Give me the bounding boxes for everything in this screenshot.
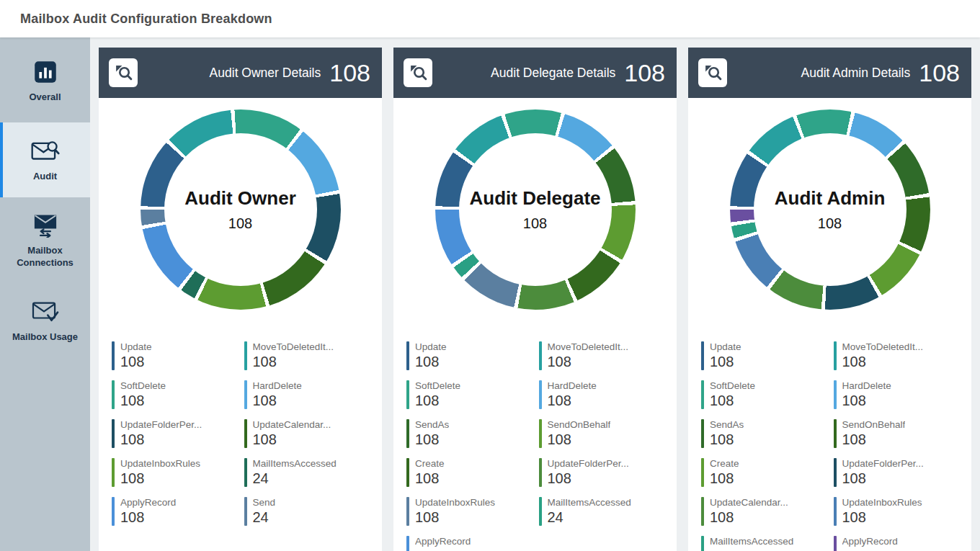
legend-label: ApplyRecord: [415, 536, 471, 547]
donut-chart-wrapper: Audit Admin 108: [688, 109, 971, 310]
legend-value: 108: [710, 509, 788, 526]
legend-value: 24: [253, 509, 276, 526]
legend-color-bar: [701, 458, 704, 487]
donut-center-value: 108: [228, 215, 252, 232]
legend-item[interactable]: UpdateFolderPer... 108: [112, 419, 237, 448]
legend-color-bar: [701, 536, 704, 551]
legend-item[interactable]: UpdateCalendar... 108: [244, 419, 370, 448]
legend-item[interactable]: MailItemsAccessed 24: [701, 536, 827, 551]
top-header-bar: Mailbox Audit Configuration Breakdown: [0, 0, 980, 37]
card-header: Audit Admin Details 108: [688, 48, 971, 98]
legend-item[interactable]: SendAs 108: [701, 419, 827, 448]
legend-item[interactable]: Create 108: [701, 458, 827, 487]
legend-value: 108: [842, 470, 924, 487]
legend-label: SendAs: [415, 419, 449, 430]
legend-value: 108: [120, 431, 202, 448]
audit-card: Audit Admin Details 108 Audit Admin 108 …: [688, 48, 971, 551]
donut-chart[interactable]: Audit Admin 108: [730, 109, 930, 310]
donut-center-label: Audit Delegate: [469, 187, 600, 210]
donut-center-value: 108: [818, 215, 842, 232]
legend-label: HardDelete: [842, 380, 891, 391]
legend-item[interactable]: Create 108: [406, 458, 532, 487]
legend-item[interactable]: UpdateInboxRules 108: [834, 497, 959, 526]
legend-item[interactable]: HardDelete 108: [244, 380, 370, 409]
sidebar-item-audit[interactable]: Audit: [0, 122, 90, 197]
legend-color-bar: [406, 536, 409, 551]
card-title: Audit Owner Details: [210, 66, 321, 81]
legend-item[interactable]: ApplyRecord 24: [834, 536, 959, 551]
legend-item[interactable]: MailItemsAccessed 24: [244, 458, 370, 487]
legend-color-bar: [834, 419, 837, 448]
legend-color-bar: [701, 419, 704, 448]
sidebar-item-mailbox-usage[interactable]: Mailbox Usage: [0, 284, 90, 359]
chart-legend: Update 108 MoveToDeletedIt... 108 SoftDe…: [406, 341, 664, 551]
legend-value: 108: [710, 470, 739, 487]
donut-chart[interactable]: Audit Delegate 108: [435, 109, 636, 310]
legend-item[interactable]: Update 108: [112, 341, 237, 370]
legend-color-bar: [406, 458, 409, 487]
legend-item[interactable]: Send 24: [244, 497, 370, 526]
legend-label: Create: [710, 458, 739, 469]
legend-item[interactable]: SendOnBehalf 108: [539, 419, 664, 448]
legend-item[interactable]: UpdateFolderPer... 108: [539, 458, 664, 487]
legend-color-bar: [112, 341, 115, 370]
legend-color-bar: [539, 419, 542, 448]
legend-item[interactable]: SoftDelete 108: [406, 380, 532, 409]
legend-value: 108: [710, 393, 755, 409]
legend-value: 24: [710, 548, 793, 551]
legend-item[interactable]: UpdateFolderPer... 108: [834, 458, 959, 487]
legend-item[interactable]: Update 108: [701, 341, 827, 370]
legend-item[interactable]: ApplyRecord 108: [406, 536, 532, 551]
legend-item[interactable]: MoveToDeletedIt... 108: [834, 341, 959, 370]
legend-item[interactable]: SendAs 108: [406, 419, 532, 448]
sidebar-item-label: Mailbox Connections: [7, 245, 83, 269]
legend-value: 108: [842, 509, 922, 526]
legend-color-bar: [244, 497, 247, 526]
mail-search-icon: [30, 138, 61, 165]
donut-chart-wrapper: Audit Delegate 108: [393, 109, 677, 310]
doc-search-icon: [698, 58, 727, 87]
legend-label: HardDelete: [253, 380, 302, 391]
audit-card: Audit Delegate Details 108 Audit Delegat…: [393, 48, 677, 551]
legend-item[interactable]: MoveToDeletedIt... 108: [539, 341, 664, 370]
sidebar-item-mailbox-connections[interactable]: Mailbox Connections: [0, 202, 90, 279]
legend-label: UpdateInboxRules: [120, 458, 200, 469]
legend-item[interactable]: HardDelete 108: [539, 380, 664, 409]
legend-item[interactable]: MoveToDeletedIt... 108: [244, 341, 370, 370]
legend-item[interactable]: UpdateInboxRules 108: [112, 458, 237, 487]
legend-item[interactable]: SoftDelete 108: [701, 380, 827, 409]
card-total-count: 108: [329, 61, 370, 85]
legend-color-bar: [406, 419, 409, 448]
legend-value: 108: [120, 509, 176, 526]
legend-label: UpdateFolderPer...: [548, 458, 629, 469]
legend-item[interactable]: UpdateCalendar... 108: [701, 497, 827, 526]
cards-area: Audit Owner Details 108 Audit Owner 108 …: [90, 37, 980, 551]
legend-value: 108: [415, 354, 447, 370]
legend-value: 108: [415, 548, 471, 551]
card-header: Audit Delegate Details 108: [393, 48, 677, 98]
legend-item[interactable]: SoftDelete 108: [112, 380, 237, 409]
legend-color-bar: [112, 458, 115, 487]
legend-item[interactable]: Update 108: [406, 341, 532, 370]
legend-item[interactable]: HardDelete 108: [834, 380, 959, 409]
card-total-count: 108: [919, 61, 960, 85]
legend-color-bar: [834, 341, 837, 370]
donut-center-label: Audit Owner: [184, 187, 296, 210]
legend-item[interactable]: UpdateInboxRules 108: [406, 497, 532, 526]
legend-label: MoveToDeletedIt...: [548, 341, 629, 352]
legend-value: 24: [842, 548, 898, 551]
doc-search-icon: [404, 58, 432, 87]
legend-color-bar: [406, 341, 409, 370]
legend-color-bar: [244, 380, 247, 409]
legend-item[interactable]: SendOnBehalf 108: [834, 419, 959, 448]
sidebar-item-overall[interactable]: Overall: [0, 43, 90, 118]
legend-value: 108: [120, 354, 152, 370]
donut-chart[interactable]: Audit Owner 108: [141, 109, 341, 310]
legend-item[interactable]: ApplyRecord 108: [112, 497, 237, 526]
chart-legend: Update 108 MoveToDeletedIt... 108 SoftDe…: [701, 341, 958, 551]
legend-color-bar: [406, 380, 409, 409]
legend-color-bar: [701, 341, 704, 370]
legend-label: UpdateCalendar...: [253, 419, 331, 430]
legend-value: 108: [548, 431, 611, 448]
legend-item[interactable]: MailItemsAccessed 24: [539, 497, 664, 526]
